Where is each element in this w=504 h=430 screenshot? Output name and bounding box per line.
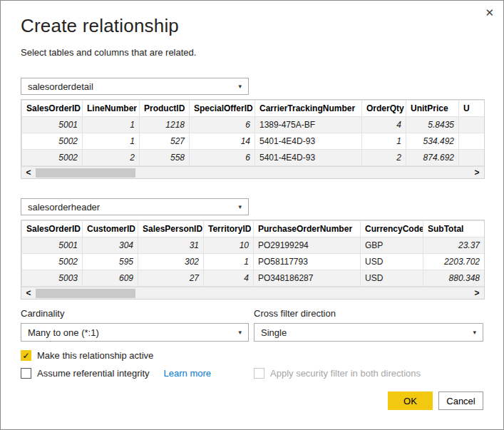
column-header[interactable]: SubTotal (423, 221, 485, 237)
learn-more-link[interactable]: Learn more (164, 368, 211, 379)
table-cell[interactable]: 5002 (22, 133, 83, 150)
close-icon[interactable]: ✕ (485, 7, 494, 18)
column-header[interactable]: CustomerID (83, 221, 138, 237)
table-cell[interactable]: 2 (362, 150, 406, 166)
cross-filter-group: Cross filter direction Single ▾ (254, 308, 483, 342)
table-cell[interactable]: 1 (204, 254, 254, 270)
table-cell[interactable]: 1 (83, 133, 140, 150)
table2-preview: SalesOrderIDCustomerIDSalesPersonIDTerri… (21, 220, 485, 300)
table-cell[interactable]: USD (361, 254, 423, 270)
table-cell[interactable]: 609 (83, 270, 138, 287)
cross-filter-dropdown[interactable]: Single ▾ (254, 323, 483, 342)
table-cell[interactable]: PO348186287 (254, 270, 361, 287)
table1-grid: SalesOrderIDLineNumberProductIDSpecialOf… (21, 100, 484, 166)
column-header[interactable]: PurchaseOrderNumber (254, 221, 361, 237)
table1-selector-value: salesorderdetail (28, 81, 93, 92)
referential-integrity-checkbox[interactable]: Assume referential integrity (21, 368, 150, 379)
table-cell[interactable]: 5001 (22, 117, 83, 133)
column-header[interactable]: OrderQty (362, 101, 406, 117)
table-cell[interactable]: 1 (362, 133, 406, 150)
table-cell[interactable]: 874.692 (406, 150, 459, 166)
table-row: 5003609274PO348186287USD880.348 (22, 270, 485, 287)
scroll-right-icon[interactable]: > (470, 287, 484, 299)
table1-preview: SalesOrderIDLineNumberProductIDSpecialOf… (21, 99, 485, 179)
table-cell[interactable]: 595 (83, 254, 138, 270)
table2-horizontal-scrollbar[interactable]: < > (21, 287, 484, 299)
scrollbar-track[interactable] (36, 287, 470, 299)
table-cell[interactable]: 880.348 (423, 270, 485, 287)
column-header[interactable]: SpecialOfferID (190, 101, 255, 117)
table-row: 50021527145401-4E4D-931534.492 (22, 133, 485, 150)
table-cell[interactable]: PO29199294 (254, 237, 361, 254)
active-relationship-checkbox[interactable]: ✓ Make this relationship active (21, 350, 249, 361)
cancel-button[interactable]: Cancel (438, 391, 483, 410)
column-header[interactable]: SalesOrderID (22, 101, 83, 117)
column-header[interactable]: CarrierTrackingNumber (255, 101, 362, 117)
table-cell[interactable]: 2 (83, 150, 140, 166)
scroll-left-icon[interactable]: < (21, 167, 36, 178)
table-cell[interactable]: 5003 (22, 270, 83, 287)
table-cell[interactable]: 5401-4E4D-93 (255, 133, 362, 150)
table-cell[interactable]: 27 (138, 270, 204, 287)
table-cell[interactable]: 1389-475A-BF (255, 117, 362, 133)
table-cell[interactable]: 4 (362, 117, 406, 133)
table2-preview-table: SalesOrderIDCustomerIDSalesPersonIDTerri… (21, 220, 484, 287)
table-cell[interactable]: 6 (190, 150, 255, 166)
table-cell[interactable]: 5.8435 (406, 117, 459, 133)
column-header[interactable]: ProductID (140, 101, 190, 117)
table-row: 50013043110PO29199294GBP23.37 (22, 237, 485, 254)
table-cell[interactable]: 5002 (22, 254, 83, 270)
table-cell[interactable]: 5001 (22, 237, 83, 254)
options-row: Cardinality Many to one (*:1) ▾ Cross fi… (21, 308, 483, 342)
table-cell[interactable]: GBP (361, 237, 423, 254)
column-header[interactable]: SalesOrderID (22, 221, 83, 237)
scrollbar-thumb[interactable] (36, 168, 135, 178)
table-row: 50011121861389-475A-BF45.8435 (22, 117, 485, 133)
table-cell[interactable]: 5002 (22, 150, 83, 166)
chevron-down-icon: ▾ (238, 203, 242, 210)
table-cell[interactable] (459, 150, 485, 166)
table-cell[interactable] (459, 117, 485, 133)
table-cell[interactable]: 302 (138, 254, 204, 270)
table2-selector-dropdown[interactable]: salesorderheader ▾ (21, 198, 249, 215)
table1-horizontal-scrollbar[interactable]: < > (21, 166, 484, 178)
table-cell[interactable]: USD (361, 270, 423, 287)
scrollbar-track[interactable] (36, 167, 470, 178)
scrollbar-thumb[interactable] (36, 289, 135, 298)
table-cell[interactable] (459, 133, 485, 150)
table-cell[interactable]: 534.492 (406, 133, 459, 150)
security-filter-label: Apply security filter in both directions (270, 368, 421, 379)
dialog-footer: OK Cancel (21, 391, 483, 410)
column-header[interactable]: LineNumber (83, 101, 140, 117)
referential-row: Assume referential integrity Learn more (21, 368, 249, 379)
table-cell[interactable]: 2203.702 (423, 254, 485, 270)
table-cell[interactable]: 6 (190, 117, 255, 133)
column-header[interactable]: SalesPersonID (138, 221, 204, 237)
column-header[interactable]: CurrencyCode (361, 221, 423, 237)
table-cell[interactable]: 558 (140, 150, 190, 166)
table-cell[interactable]: 10 (204, 237, 254, 254)
column-header[interactable]: U (459, 101, 485, 117)
cardinality-dropdown[interactable]: Many to one (*:1) ▾ (21, 323, 249, 342)
table-cell[interactable]: 4 (204, 270, 254, 287)
chevron-down-icon: ▾ (473, 329, 476, 336)
scroll-left-icon[interactable]: < (21, 287, 36, 299)
table-cell[interactable]: 31 (138, 237, 204, 254)
table-cell[interactable]: 5401-4E4D-93 (255, 150, 362, 166)
cross-filter-label: Cross filter direction (254, 308, 483, 319)
table-cell[interactable]: 527 (140, 133, 190, 150)
table-cell[interactable]: 23.37 (423, 237, 485, 254)
table-cell[interactable]: 1218 (140, 117, 190, 133)
table1-selector-dropdown[interactable]: salesorderdetail ▾ (21, 78, 249, 95)
table1-preview-table: SalesOrderIDLineNumberProductIDSpecialOf… (21, 100, 484, 166)
active-relationship-label: Make this relationship active (37, 350, 153, 361)
column-header[interactable]: UnitPrice (406, 101, 459, 117)
scroll-right-icon[interactable]: > (470, 167, 484, 178)
table-cell[interactable]: 304 (83, 237, 138, 254)
column-header[interactable]: TerritoryID (204, 221, 254, 237)
ok-button[interactable]: OK (388, 391, 433, 410)
table-cell[interactable]: 1 (83, 117, 140, 133)
checkbox-checked-icon: ✓ (21, 350, 31, 361)
table-cell[interactable]: 14 (190, 133, 255, 150)
table-cell[interactable]: PO58117793 (254, 254, 361, 270)
